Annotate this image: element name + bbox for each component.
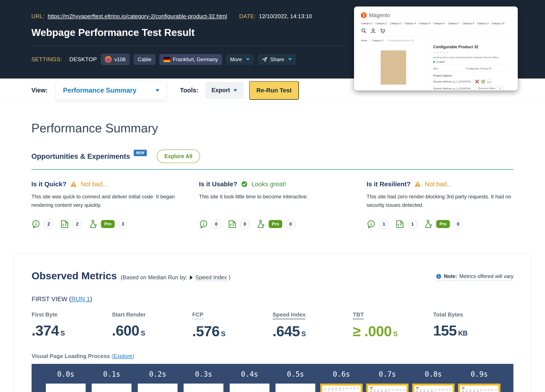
code-file-icon [228, 220, 237, 229]
share-button[interactable]: Share [258, 54, 296, 65]
view-dropdown[interactable]: Performance Summary [56, 81, 167, 100]
filmstrip-frame: 0.8s [412, 370, 455, 392]
frame-thumbnail[interactable] [458, 384, 501, 392]
metric-total-bytes: Total Bytes 155 KB [433, 311, 514, 339]
more-button[interactable]: More [226, 54, 254, 65]
preview-nav-item: Category 10 [491, 22, 504, 25]
speed-index-link[interactable]: Speed Index [195, 274, 227, 281]
pro-badge: Pro [101, 220, 115, 228]
run-1-link[interactable]: RUN 1 [71, 296, 90, 302]
info-opportunities-group[interactable]: 2 [31, 219, 53, 229]
info-opportunities-group[interactable]: 1 [367, 219, 389, 229]
filmstrip-frame: 0.1s [90, 370, 133, 392]
code-opportunities-group[interactable]: 0 [228, 219, 250, 229]
frame-thumbnail[interactable] [366, 384, 409, 392]
warning-triangle-icon [414, 181, 421, 187]
metrics-grid: First Byte .374 S Start Render .600 S FC… [31, 311, 514, 339]
new-badge: NEW [134, 150, 147, 156]
product-options-label: Product Options: [433, 74, 511, 77]
frame-thumbnail[interactable] [412, 384, 455, 392]
mini-nav-bar [370, 389, 405, 390]
choose-option-text: Choose an Option [478, 87, 495, 90]
preview-nav-item: Category 3 [390, 22, 402, 25]
rerun-label: Re-Run Test [256, 87, 292, 94]
metric-label: Start Render [112, 311, 146, 319]
metric-label[interactable]: FCP [192, 311, 204, 319]
mini-nav-bar [324, 388, 359, 389]
explore-link[interactable]: Explore [113, 353, 132, 359]
chevron-down-icon [288, 58, 292, 61]
mini-logo [416, 387, 419, 389]
note-label: Note: [444, 273, 457, 279]
frame-thumbnail[interactable] [92, 384, 131, 392]
metric-unit: KB [458, 330, 467, 337]
more-label: More [230, 56, 242, 62]
metric-fcp: FCP .576 S [192, 311, 272, 339]
preview-nav-item: Category 2 [375, 22, 387, 25]
info-count-badge: 1 [379, 219, 389, 229]
frame-thumbnail[interactable] [230, 384, 269, 392]
note-text: Metrics offered will vary [459, 273, 514, 279]
filmstrip-frame: 0.9s [458, 370, 501, 392]
metric-unit: S [301, 330, 306, 338]
explore-all-button[interactable]: Explore All [157, 149, 200, 163]
tested-url-link[interactable]: https://m2hyvaperftest.eltrino.io/catego… [48, 13, 227, 20]
frame-time: 0.7s [379, 370, 396, 378]
metric-unit: S [393, 330, 397, 338]
frame-thumbnail[interactable] [184, 384, 223, 392]
mini-logo [370, 387, 373, 389]
assessment-description: This site had zero render-blocking 3rd p… [367, 193, 514, 209]
mini-page-render [368, 386, 407, 392]
frame-time: 0.6s [333, 370, 350, 378]
code-opportunities-group[interactable]: 2 [60, 219, 82, 229]
browser-badge: v106 [101, 54, 130, 65]
filmstrip-title: Visual Page Loading Process [31, 353, 110, 359]
metric-value: .600 S [112, 322, 192, 339]
attribute-row: Dynamic Attribute ca_1_631447041 [433, 80, 511, 83]
paper-plane-icon [262, 57, 267, 62]
search-icon [361, 28, 367, 34]
filmstrip: 0.0s 0.1s 0.2s 0.3s 0.4s 0.5s [31, 364, 514, 392]
subtitle-suffix: ) [229, 274, 230, 281]
info-opportunities-group[interactable]: 0 [199, 219, 221, 229]
mini-logo [462, 387, 464, 389]
preview-product-title: Configurable Product 32 [433, 45, 511, 49]
page-screenshot-thumbnail[interactable]: Magento Category 1 Category 2 Category 3… [354, 6, 518, 90]
experiments-group[interactable]: Pro 0 [424, 219, 463, 229]
frame-thumbnail[interactable] [276, 384, 315, 392]
x-swatch-icon [475, 80, 479, 83]
cart-icon [380, 28, 385, 34]
metric-number: .576 [192, 323, 220, 339]
frame-thumbnail[interactable] [138, 384, 178, 392]
performance-summary-heading: Performance Summary [31, 121, 545, 135]
assessment-question: Is it Resilient? [367, 180, 410, 188]
breadcrumb-category: Category 2 [372, 39, 384, 42]
experiment-count-badge: 0 [286, 219, 295, 229]
account-icon [370, 28, 376, 34]
frame-thumbnail[interactable] [320, 384, 363, 392]
metric-value: .576 S [192, 323, 272, 339]
device-value: DESKTOP [69, 56, 97, 63]
frame-thumbnail[interactable] [46, 384, 86, 392]
export-button[interactable]: Export [205, 82, 243, 99]
info-bubble-icon [31, 220, 40, 229]
assessment-status: Looks great! [252, 181, 286, 188]
preview-breadcrumb: Home / Category 2 / Configurable Product… [361, 37, 511, 42]
metric-value: .645 S [272, 323, 353, 339]
metric-label[interactable]: Speed Index [272, 311, 306, 319]
preview-category-nav: Category 1 Category 2 Category 3 Categor… [361, 22, 511, 25]
rerun-test-button[interactable]: Re-Run Test [249, 81, 299, 100]
swatch-group [475, 80, 491, 83]
export-label: Export [211, 87, 230, 94]
experiments-group[interactable]: Pro 0 [256, 219, 295, 229]
metric-number: .600 [112, 322, 139, 339]
experiments-group[interactable]: Pro 3 [88, 219, 128, 229]
play-icon [190, 275, 193, 280]
warning-triangle-icon [70, 181, 77, 187]
sku-value: Configurable Product 32 [466, 67, 492, 70]
metrics-note[interactable]: Note: Metrics offered will vary [436, 273, 514, 281]
assessment-question: Is it Quick? [31, 180, 66, 188]
metric-label[interactable]: TBT [353, 311, 364, 319]
code-opportunities-group[interactable]: 1 [395, 219, 417, 229]
code-count-badge: 0 [240, 219, 250, 229]
